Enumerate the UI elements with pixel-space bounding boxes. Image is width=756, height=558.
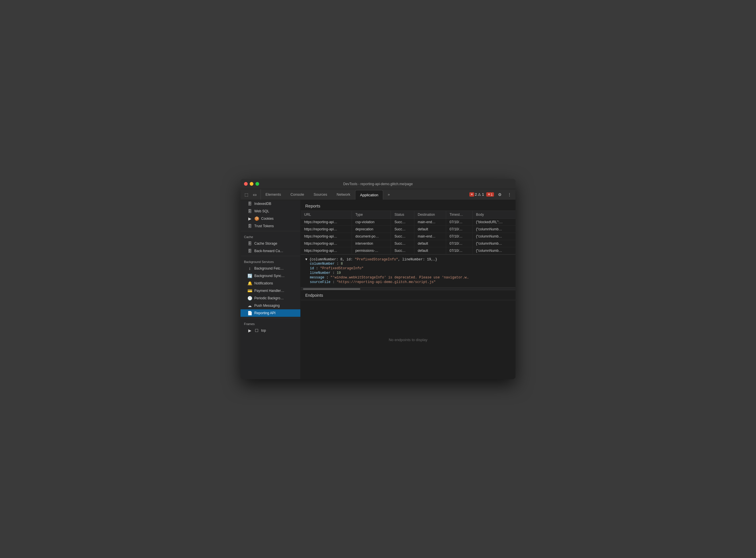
cell-url: https://reporting-api… xyxy=(301,247,352,254)
cell-url: https://reporting-api… xyxy=(301,219,352,226)
cell-body: {"columnNumb… xyxy=(472,247,515,254)
cell-type: intervention xyxy=(352,240,391,247)
cache-icon: 🗄 xyxy=(247,241,252,246)
database-icon: 🗄 xyxy=(247,209,252,213)
tab-elements[interactable]: Elements xyxy=(261,189,286,200)
col-body: Body xyxy=(472,211,515,219)
table-row[interactable]: https://reporting-api… document-po… Succ… xyxy=(301,233,515,240)
cell-body: {"columnNumb… xyxy=(472,226,515,233)
error-count: 2 xyxy=(475,193,477,197)
maximize-button[interactable] xyxy=(255,182,259,186)
reports-title: Reports xyxy=(301,200,515,211)
expand-icon: ▶ xyxy=(247,216,252,221)
data-table: URL Type Status Destination Timest… Body… xyxy=(301,211,515,254)
sidebar-item-background-fetch[interactable]: ↕ Background Fetc… xyxy=(241,265,300,272)
traffic-lights xyxy=(244,182,259,186)
col-url: URL xyxy=(301,211,352,219)
cookie-icon: 🍪 xyxy=(254,216,259,221)
tab-console[interactable]: Console xyxy=(286,189,309,200)
tabbar-tools: ⬚ ▭ xyxy=(241,189,261,200)
box-error-badge: ✕ 1 xyxy=(486,192,494,197)
sidebar: 🗄 IndexedDB 🗄 Web SQL ▶ 🍪 Cookies 🗄 Trus… xyxy=(241,200,301,379)
json-field-column-number: columnNumber : 8 xyxy=(305,261,511,266)
sidebar-item-frames-top[interactable]: ▶ ☐ top xyxy=(241,327,300,334)
bg-section-label: Background Services xyxy=(241,257,300,265)
table-row[interactable]: https://reporting-api… deprecation Succ…… xyxy=(301,226,515,233)
table-row[interactable]: https://reporting-api… permissions-… Suc… xyxy=(301,247,515,254)
inspect-icon[interactable]: ⬚ xyxy=(243,191,250,198)
device-icon[interactable]: ▭ xyxy=(251,191,258,198)
json-field-line-number: lineNumber : 19 xyxy=(305,271,511,275)
cell-destination: main-end… xyxy=(414,219,446,226)
sidebar-item-background-sync[interactable]: 🔄 Background Sync… xyxy=(241,272,300,280)
cell-timestamp: 07/10/… xyxy=(446,219,472,226)
sidebar-item-reporting-api[interactable]: 📄 Reporting API xyxy=(241,309,300,317)
cache-section-label: Cache xyxy=(241,232,300,240)
minimize-button[interactable] xyxy=(250,182,253,186)
notification-icon: 🔔 xyxy=(247,281,252,285)
json-root-line[interactable]: ▼ ▼ {columnNumber: 8, id: "PrefixedStora… xyxy=(305,257,511,261)
sidebar-item-cache-storage[interactable]: 🗄 Cache Storage xyxy=(241,240,300,247)
fetch-icon: ↕ xyxy=(247,266,252,271)
tab-network[interactable]: Network xyxy=(332,189,356,200)
cell-status: Succ… xyxy=(391,240,414,247)
cell-destination: default xyxy=(414,240,446,247)
tabs: Elements Console Sources Network Applica… xyxy=(261,189,467,200)
cell-destination: default xyxy=(414,226,446,233)
box-count: 1 xyxy=(491,193,492,196)
settings-icon[interactable]: ⚙ xyxy=(496,191,504,198)
col-destination: Destination xyxy=(414,211,446,219)
table-row[interactable]: https://reporting-api… intervention Succ… xyxy=(301,240,515,247)
sidebar-item-web-sql[interactable]: 🗄 Web SQL xyxy=(241,207,300,215)
cell-url: https://reporting-api… xyxy=(301,226,352,233)
scrollbar-thumb[interactable] xyxy=(303,288,360,290)
push-icon: ☁ xyxy=(247,303,252,308)
expand-icon: ▶ xyxy=(247,328,252,333)
cache-back-icon: 🗄 xyxy=(247,249,252,253)
endpoints-title: Endpoints xyxy=(301,290,515,300)
sidebar-item-indexed-db[interactable]: 🗄 IndexedDB xyxy=(241,200,300,207)
endpoints-empty-message: No endpoints to display xyxy=(301,300,515,379)
frames-section-label: Frames xyxy=(241,319,300,327)
cell-type: csp-violation xyxy=(352,219,391,226)
cell-url: https://reporting-api… xyxy=(301,240,352,247)
horizontal-scrollbar[interactable] xyxy=(301,287,515,290)
sidebar-item-payment-handler[interactable]: 💳 Payment Handler… xyxy=(241,287,300,295)
content-area: Reports URL Type Status Destination Time… xyxy=(301,200,515,379)
endpoints-section: Endpoints No endpoints to display xyxy=(301,290,515,379)
cell-status: Succ… xyxy=(391,233,414,240)
cell-timestamp: 07/10/… xyxy=(446,240,472,247)
json-field-message: message : "'window.webkitStorageInfo' is… xyxy=(305,275,511,280)
cell-status: Succ… xyxy=(391,219,414,226)
sidebar-item-periodic-background[interactable]: 🕐 Periodic Backgro… xyxy=(241,295,300,302)
frame-icon: ☐ xyxy=(254,328,259,333)
sidebar-item-push-messaging[interactable]: ☁ Push Messaging xyxy=(241,302,300,309)
sidebar-item-notifications[interactable]: 🔔 Notifications xyxy=(241,280,300,287)
col-timestamp: Timest… xyxy=(446,211,472,219)
table-row[interactable]: https://reporting-api… csp-violation Suc… xyxy=(301,219,515,226)
titlebar: DevTools - reporting-api-demo.glitch.me/… xyxy=(241,179,515,189)
sync-icon: 🔄 xyxy=(247,274,252,278)
cell-body: {"blockedURL":… xyxy=(472,219,515,226)
report-icon: 📄 xyxy=(247,311,252,315)
tabbar: ⬚ ▭ Elements Console Sources Network App… xyxy=(241,189,515,200)
sidebar-item-back-forward-cache[interactable]: 🗄 Back-forward Ca… xyxy=(241,247,300,255)
box-icon: ✕ xyxy=(488,193,490,196)
cell-status: Succ… xyxy=(391,226,414,233)
tabbar-right: ✕ 2 ⚠ 1 ✕ 1 ⚙ ⋮ xyxy=(467,189,516,200)
more-icon[interactable]: ⋮ xyxy=(506,191,513,198)
cell-timestamp: 07/10/… xyxy=(446,247,472,254)
tab-application[interactable]: Application xyxy=(355,190,383,200)
cell-type: document-po… xyxy=(352,233,391,240)
close-button[interactable] xyxy=(244,182,248,186)
error-badge: ✕ 2 ⚠ 1 xyxy=(469,192,484,197)
cell-type: permissions-… xyxy=(352,247,391,254)
sidebar-item-cookies[interactable]: ▶ 🍪 Cookies xyxy=(241,215,300,222)
tab-more[interactable]: » xyxy=(383,189,395,200)
cell-status: Succ… xyxy=(391,247,414,254)
sidebar-item-trust-tokens[interactable]: 🗄 Trust Tokens xyxy=(241,222,300,230)
json-panel: ▼ ▼ {columnNumber: 8, id: "PrefixedStora… xyxy=(301,254,515,287)
main-layout: 🗄 IndexedDB 🗄 Web SQL ▶ 🍪 Cookies 🗄 Trus… xyxy=(241,200,515,379)
tab-sources[interactable]: Sources xyxy=(309,189,332,200)
col-status: Status xyxy=(391,211,414,219)
